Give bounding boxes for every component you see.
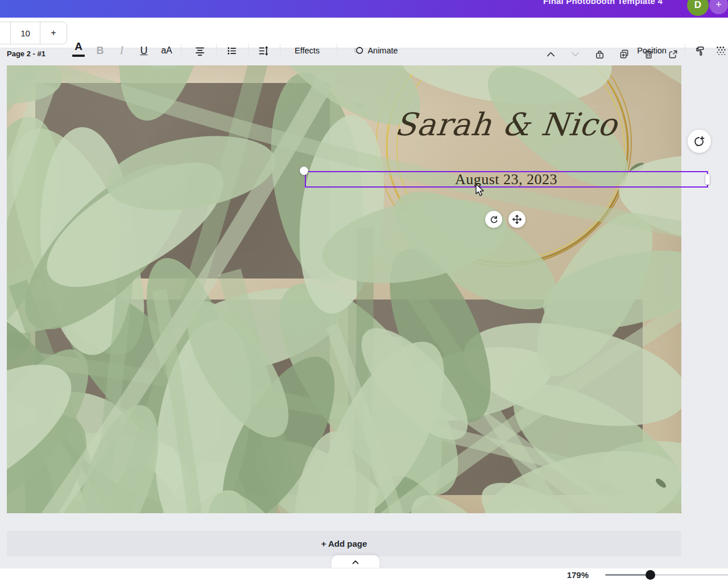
rotate-icon (490, 215, 498, 224)
zoom-level[interactable]: 179% (555, 570, 589, 580)
font-size-control: − 10 + (0, 22, 67, 44)
italic-button[interactable]: I (115, 40, 129, 61)
app-header: Final Photobooth Template 4 D + (0, 0, 728, 18)
collapse-chevron-icon (352, 560, 359, 564)
toolbar-divider (216, 44, 217, 57)
couple-names-text[interactable]: Sarah & Nico (334, 106, 679, 143)
mouse-cursor (475, 184, 486, 197)
add-page-button[interactable]: + Add page (7, 531, 681, 556)
avatar[interactable]: D (687, 0, 709, 16)
animate-icon (354, 46, 363, 56)
text-toolbar: − 10 + A B I U aA (0, 18, 728, 48)
move-page-up-button[interactable] (546, 49, 556, 59)
spacing-button[interactable] (255, 40, 271, 61)
toolbar-divider (181, 44, 181, 57)
line-spacing-icon (259, 46, 268, 56)
photo-placeholder-2[interactable] (35, 300, 330, 495)
copy-style-button[interactable] (692, 40, 709, 61)
animate-button[interactable]: Animate (345, 40, 407, 61)
delete-page-button[interactable] (644, 49, 653, 59)
zoom-slider-fill (605, 574, 650, 576)
document-title[interactable]: Final Photobooth Template 4 (536, 0, 670, 6)
page-controls (546, 48, 678, 60)
effects-button[interactable]: Effects (287, 40, 327, 61)
text-case-button[interactable]: aA (158, 40, 175, 61)
selection-handle-corner[interactable] (300, 167, 308, 175)
toolbar-divider (685, 44, 685, 57)
photo-placeholder-3[interactable] (348, 300, 643, 495)
align-center-icon (195, 46, 205, 56)
gold-wreath-icon (377, 65, 631, 266)
move-icon (512, 215, 522, 224)
move-page-down-button[interactable] (570, 49, 580, 59)
font-size-decrease-button[interactable]: − (0, 22, 11, 44)
toolbar-divider (248, 44, 249, 57)
alignment-button[interactable] (192, 40, 207, 61)
selection-handle-side[interactable] (705, 174, 710, 185)
add-comment-button[interactable] (688, 130, 711, 153)
expand-page-button[interactable] (668, 49, 678, 59)
page-label: Page 2 - #1 (7, 49, 46, 58)
duplicate-page-button[interactable] (619, 49, 629, 59)
text-color-button[interactable]: A (72, 40, 85, 53)
rotate-handle[interactable] (485, 211, 502, 228)
underline-button[interactable]: U (137, 40, 151, 61)
bold-button[interactable]: B (93, 40, 107, 61)
selection-box[interactable] (305, 171, 708, 188)
zoom-slider-thumb[interactable] (646, 570, 655, 580)
zoom-slider[interactable] (605, 574, 728, 576)
canva-editor: Final Photobooth Template 4 D + − 10 + A… (0, 0, 728, 582)
toolbar-divider (337, 44, 337, 57)
font-size-value[interactable]: 10 (11, 22, 40, 44)
bulleted-list-icon (227, 46, 237, 56)
effects-label: Effects (295, 46, 320, 55)
font-size-increase-button[interactable]: + (40, 22, 67, 44)
photo-placeholder-1[interactable] (35, 83, 330, 278)
lock-page-button[interactable] (595, 49, 605, 59)
move-handle[interactable] (508, 211, 526, 228)
copy-style-icon (696, 46, 705, 56)
list-button[interactable] (224, 40, 239, 61)
comment-add-icon (694, 136, 705, 147)
design-page-canvas[interactable]: Sarah & Nico August 23, 2023 (7, 65, 681, 513)
animate-label: Animate (367, 46, 398, 55)
transparency-button[interactable] (712, 40, 728, 61)
add-member-button[interactable]: + (709, 0, 728, 14)
transparency-icon (716, 46, 726, 56)
toolbar-divider (280, 44, 280, 57)
collapse-panel-tab[interactable] (332, 555, 379, 568)
